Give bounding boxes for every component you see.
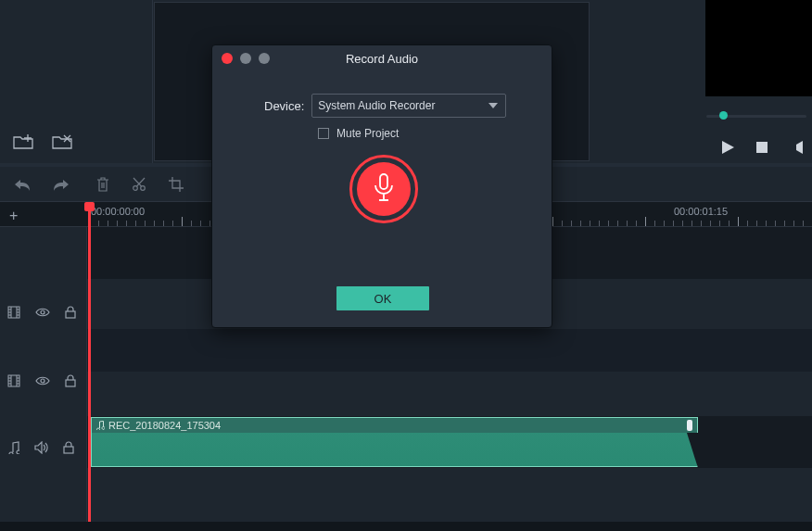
play-icon[interactable] [722, 141, 734, 154]
ok-button[interactable]: OK [336, 286, 429, 310]
stop-icon[interactable] [756, 142, 768, 153]
record-audio-dialog: Record Audio Device: System Audio Record… [211, 44, 552, 328]
svg-rect-10 [380, 174, 387, 189]
track-controls [0, 294, 86, 331]
music-icon[interactable] [7, 441, 19, 454]
trash-icon[interactable] [96, 177, 109, 195]
device-label: Device: [264, 99, 304, 113]
mute-checkbox[interactable] [318, 128, 329, 139]
eye-icon[interactable] [35, 375, 50, 386]
svg-point-7 [41, 379, 44, 383]
track-controls [0, 429, 86, 466]
svg-rect-0 [756, 142, 768, 153]
maximize-icon[interactable] [259, 53, 270, 64]
film-icon[interactable] [7, 306, 20, 319]
track-row[interactable] [87, 372, 812, 416]
film-icon[interactable] [7, 374, 20, 387]
timecode-label: 00:00:01:15 [674, 206, 728, 217]
microphone-icon [371, 172, 397, 207]
svg-point-1 [133, 185, 138, 190]
music-icon [95, 420, 105, 432]
eye-icon[interactable] [35, 307, 50, 318]
folder-add-icon[interactable] [13, 133, 33, 153]
svg-point-2 [141, 185, 146, 190]
scissors-icon[interactable] [132, 177, 146, 195]
svg-rect-5 [66, 311, 75, 318]
preview-slider[interactable] [706, 109, 806, 122]
speaker-icon[interactable] [34, 441, 48, 454]
preview-panel [705, 0, 812, 96]
speaker-off-icon[interactable] [790, 141, 803, 154]
clip-name: REC_20180824_175304 [108, 420, 221, 431]
lock-icon[interactable] [65, 306, 76, 319]
lock-icon[interactable] [63, 441, 74, 454]
folder-remove-icon[interactable] [52, 133, 72, 153]
scrollbar[interactable] [0, 522, 812, 531]
undo-icon[interactable] [15, 178, 30, 194]
audio-clip[interactable]: REC_20180824_175304 [91, 417, 698, 467]
timecode-label: 00:00:00:00 [91, 206, 145, 217]
track-row[interactable] [87, 329, 812, 372]
redo-icon[interactable] [54, 178, 69, 194]
crop-icon[interactable] [169, 177, 184, 195]
plus-icon[interactable]: + [9, 208, 18, 224]
lock-icon[interactable] [65, 374, 76, 387]
clip-handle[interactable] [687, 420, 692, 431]
mute-label: Mute Project [336, 127, 399, 140]
svg-rect-9 [64, 447, 73, 453]
svg-rect-8 [66, 380, 75, 386]
track-row[interactable] [87, 468, 812, 522]
device-select[interactable]: System Audio Recorder [311, 94, 506, 118]
svg-point-4 [41, 310, 44, 314]
playhead[interactable] [88, 202, 91, 522]
track-controls [0, 362, 86, 399]
record-button[interactable] [349, 155, 418, 223]
minimize-icon[interactable] [240, 53, 251, 64]
close-icon[interactable] [222, 53, 233, 64]
